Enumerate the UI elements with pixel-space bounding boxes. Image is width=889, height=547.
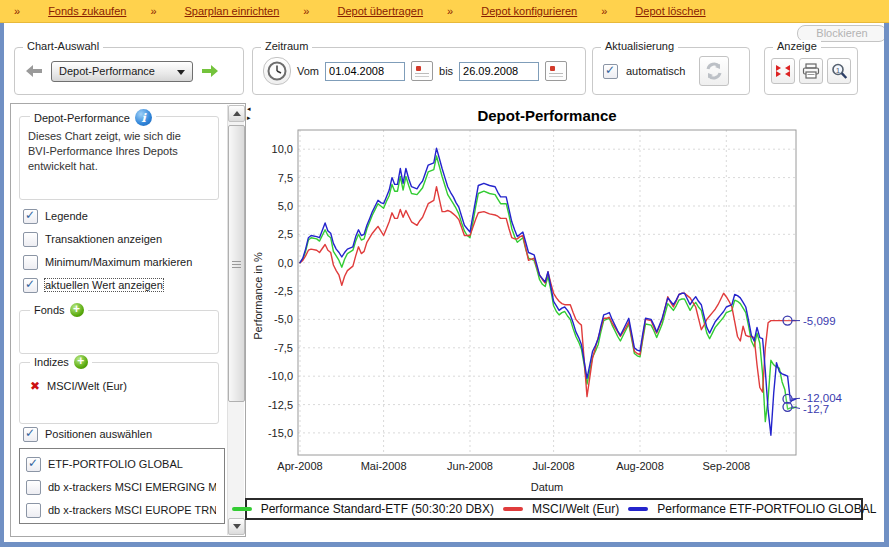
option-label: aktuellen Wert anzeigen xyxy=(45,279,163,291)
nav-bullet-icon: » xyxy=(14,5,20,17)
option-checkbox[interactable] xyxy=(23,232,38,247)
option-label: Minimum/Maximum markieren xyxy=(45,256,192,268)
fonds-legend: Fonds xyxy=(34,304,65,316)
print-icon[interactable] xyxy=(799,58,823,84)
option-row: Legende xyxy=(23,208,88,224)
svg-text:Apr-2008: Apr-2008 xyxy=(277,460,322,472)
remove-index-icon[interactable]: ✖ xyxy=(30,379,40,393)
nav-link-1[interactable]: Fonds zukaufen xyxy=(48,5,126,17)
aktualisierung-group: Aktualisierung automatisch xyxy=(592,47,750,95)
performance-chart: -5,099-12,004-12,7Depot-Performance10,07… xyxy=(248,106,884,498)
position-row: db x-trackers MSCI EMERGING MAR xyxy=(26,479,216,495)
calendar-to-icon[interactable] xyxy=(545,61,567,81)
sidebar-scrollbar[interactable] xyxy=(227,105,244,535)
svg-text:7,5: 7,5 xyxy=(278,172,293,184)
nav-link-5[interactable]: Depot löschen xyxy=(635,5,705,17)
series-line xyxy=(300,148,796,435)
option-row: Minimum/Maximum markieren xyxy=(23,254,192,270)
position-checkbox[interactable] xyxy=(26,457,41,472)
svg-text:Datum: Datum xyxy=(531,481,563,493)
chart-info-box: Depot-Performance i Dieses Chart zeigt, … xyxy=(19,116,219,200)
info-icon[interactable]: i xyxy=(135,109,152,126)
legend-swatch xyxy=(628,507,648,511)
fullscreen-icon[interactable] xyxy=(771,58,795,84)
window-frame-right xyxy=(884,23,889,547)
scrollbar-thumb[interactable] xyxy=(228,125,245,402)
current-value-marker xyxy=(783,402,792,411)
svg-text:-5,0: -5,0 xyxy=(274,313,293,325)
nav-bullet-icon: » xyxy=(601,5,607,17)
zoom-100-icon[interactable]: 1 xyxy=(827,58,851,84)
current-value-label: -12,7 xyxy=(803,403,829,415)
svg-text:1: 1 xyxy=(835,65,840,74)
clock-icon[interactable] xyxy=(263,57,291,85)
scroll-up-icon[interactable] xyxy=(228,105,245,122)
chart-title: Depot-Performance xyxy=(477,107,616,124)
position-label: db x-trackers MSCI EMERGING MAR xyxy=(48,481,216,493)
chart-canvas[interactable]: -5,099-12,004-12,7Depot-Performance10,07… xyxy=(248,106,884,498)
nav-link-4[interactable]: Depot konfigurieren xyxy=(481,5,577,17)
option-label: Transaktionen anzeigen xyxy=(45,233,162,245)
svg-text:-2,5: -2,5 xyxy=(274,285,293,297)
calendar-from-icon[interactable] xyxy=(411,61,433,81)
option-label: Legende xyxy=(45,210,88,222)
option-row: Transaktionen anzeigen xyxy=(23,231,162,247)
position-row: ETF-PORTFOLIO GLOBAL xyxy=(26,456,216,472)
vom-label: Vom xyxy=(297,65,319,77)
svg-text:2,5: 2,5 xyxy=(278,228,293,240)
legend-label: Performance Standard-ETF (50:30:20 DBX) xyxy=(261,502,494,516)
window-frame-left xyxy=(0,23,4,547)
fonds-box: Fonds + xyxy=(19,310,219,354)
zeitraum-group: Zeitraum Vom bis xyxy=(252,47,586,95)
series-line xyxy=(300,187,796,397)
nav-link-2[interactable]: Sparplan einrichten xyxy=(185,5,280,17)
option-checkbox[interactable] xyxy=(23,255,38,270)
option-checkbox[interactable] xyxy=(23,209,38,224)
scroll-down-icon[interactable] xyxy=(228,518,245,535)
prev-chart-arrow-icon[interactable] xyxy=(25,64,43,78)
add-index-icon[interactable]: + xyxy=(74,355,88,369)
svg-text:Mai-2008: Mai-2008 xyxy=(361,460,407,472)
automatisch-label: automatisch xyxy=(626,65,685,77)
add-fonds-icon[interactable]: + xyxy=(70,303,84,317)
series-line xyxy=(300,156,796,422)
option-checkbox[interactable] xyxy=(23,278,38,293)
legend-label: Performance ETF-PORTFOLIO GLOBAL xyxy=(657,502,876,516)
legend-swatch xyxy=(503,507,523,511)
svg-text:Jul-2008: Jul-2008 xyxy=(532,460,574,472)
next-chart-arrow-icon[interactable] xyxy=(201,64,219,78)
date-to-input[interactable] xyxy=(459,62,539,81)
option-row: aktuellen Wert anzeigen xyxy=(23,277,163,293)
indizes-legend: Indizes xyxy=(34,356,69,368)
svg-text:-15,0: -15,0 xyxy=(268,427,293,439)
positions-checkbox[interactable] xyxy=(23,427,38,442)
chart-type-select[interactable]: Depot-Performance xyxy=(51,61,193,82)
window-frame-bottom xyxy=(0,542,889,547)
svg-text:-7,5: -7,5 xyxy=(274,342,293,354)
index-label: MSCI/Welt (Eur) xyxy=(47,380,127,392)
bis-label: bis xyxy=(439,65,453,77)
position-checkbox[interactable] xyxy=(26,503,41,518)
y-axis-label: Performance in % xyxy=(252,252,264,340)
refresh-icon[interactable] xyxy=(699,56,729,86)
chevron-down-icon xyxy=(177,70,185,75)
automatisch-checkbox[interactable] xyxy=(603,64,618,79)
svg-text:Sep-2008: Sep-2008 xyxy=(702,460,750,472)
chart-info-title: Depot-Performance xyxy=(34,112,130,124)
index-item: ✖MSCI/Welt (Eur) xyxy=(30,379,218,393)
nav-link-3[interactable]: Depot übertragen xyxy=(337,5,423,17)
svg-text:-10,0: -10,0 xyxy=(268,370,293,382)
svg-text:0,0: 0,0 xyxy=(278,257,293,269)
anzeige-group: Anzeige 1 xyxy=(764,47,858,95)
current-value-marker xyxy=(783,316,792,325)
legend-label: MSCI/Welt (Eur) xyxy=(532,502,619,516)
legend-swatch xyxy=(232,507,252,511)
chart-select-group: Chart-Auswahl Depot-Performance xyxy=(14,47,244,95)
date-from-input[interactable] xyxy=(325,62,405,81)
svg-text:Jun-2008: Jun-2008 xyxy=(447,460,493,472)
nav-bullet-icon: » xyxy=(447,5,453,17)
position-checkbox[interactable] xyxy=(26,480,41,495)
svg-text:-12,5: -12,5 xyxy=(268,399,293,411)
position-label: ETF-PORTFOLIO GLOBAL xyxy=(48,458,183,470)
top-nav: »Fonds zukaufen»Sparplan einrichten»Depo… xyxy=(0,0,889,23)
